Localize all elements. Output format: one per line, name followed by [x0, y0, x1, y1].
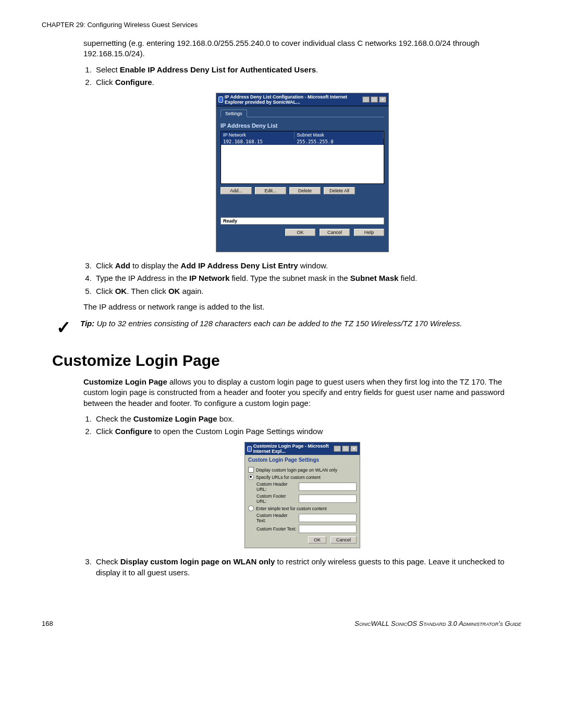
checkmark-icon: ✓	[56, 318, 71, 336]
step-3b: Check Display custom login page on WLAN …	[94, 557, 521, 578]
page-number: 168	[42, 620, 53, 627]
step-3: Click Add to display the Add IP Address …	[94, 261, 521, 271]
edit-button[interactable]: Edit...	[255, 187, 286, 194]
minimize-icon[interactable]: _	[334, 446, 341, 452]
footer-url-field[interactable]	[299, 495, 357, 503]
col-subnet-mask: Subnet Mask	[295, 131, 384, 139]
section-heading: Customize Login Page	[52, 352, 521, 369]
table-row[interactable]: 192.168.168.15 255.255.255.0	[221, 139, 384, 145]
screenshot-custom-login: Customize Login Page - Microsoft Interne…	[244, 442, 360, 548]
page-footer: 168 SonicWALL SonicOS Standard 3.0 Admin…	[42, 620, 521, 627]
step-2b: Click Configure to open the Custom Login…	[94, 426, 521, 437]
deny-list-table[interactable]: IP Network Subnet Mask 192.168.168.15 25…	[221, 131, 384, 184]
steps-list-4: Check Display custom login page on WLAN …	[94, 557, 521, 578]
tip-block: ✓ Tip: Up to 32 entries consisting of 12…	[42, 318, 521, 336]
maximize-icon[interactable]: □	[371, 96, 378, 103]
wlan-only-checkbox[interactable]	[248, 467, 254, 473]
tab-settings[interactable]: Settings	[221, 109, 247, 117]
ok-button-2[interactable]: OK	[308, 536, 326, 544]
added-paragraph: The IP address or network range is added…	[83, 302, 521, 312]
delete-button[interactable]: Delete	[289, 187, 321, 194]
tip-prefix: Tip:	[80, 319, 94, 328]
footer-text-field[interactable]	[299, 525, 357, 533]
status-bar: Ready	[221, 217, 384, 225]
header-text-field[interactable]	[299, 514, 357, 522]
minimize-icon[interactable]: _	[362, 96, 370, 103]
step-1: Select Enable IP Address Deny List for A…	[94, 65, 521, 75]
ie-icon	[218, 96, 223, 103]
footer-url-label: Custom Footer URL:	[256, 493, 297, 504]
cell-ip: 192.168.168.15	[221, 139, 295, 145]
chapter-label: CHAPTER	[42, 21, 74, 29]
cell-mask: 255.255.255.0	[295, 139, 384, 145]
window-title-2: Customize Login Page - Microsoft Interne…	[253, 443, 334, 454]
ie-icon	[247, 446, 252, 452]
steps-list-3: Check the Customize Login Page box. Clic…	[94, 414, 521, 437]
step-4: Type the IP Address in the IP Network fi…	[94, 273, 521, 283]
steps-list-1: Select Enable IP Address Deny List for A…	[94, 65, 521, 88]
step-2: Click Configure.	[94, 77, 521, 88]
window-titlebar-2: Customize Login Page - Microsoft Interne…	[245, 442, 360, 455]
header-text-label: Custom Header Text:	[256, 513, 297, 523]
supernetting-paragraph: supernetting (e.g. entering 192.168.0.0/…	[83, 38, 521, 59]
window-titlebar: IP Address Deny List Configuration - Mic…	[216, 93, 388, 106]
ok-button[interactable]: OK	[285, 229, 315, 236]
step-1b: Check the Customize Login Page box.	[94, 414, 521, 424]
steps-list-2: Click Add to display the Add IP Address …	[94, 261, 521, 297]
footer-text-label: Custom Footer Text:	[256, 526, 297, 532]
screenshot-deny-list: IP Address Deny List Configuration - Mic…	[216, 93, 389, 252]
wlan-only-label: Display custom login page on WLAN only	[256, 467, 337, 473]
delete-all-button[interactable]: Delete All	[324, 187, 355, 194]
clp-paragraph: Customize Login Page allows you to displ…	[83, 377, 521, 409]
header-url-field[interactable]	[299, 483, 357, 491]
specify-urls-label: Specify URLs for custom content	[256, 475, 321, 480]
chapter-title: Configuring Wireless Guest Services	[87, 21, 198, 29]
cancel-button-2[interactable]: Cancel	[331, 536, 357, 544]
specify-urls-radio[interactable]	[248, 474, 254, 480]
tip-body: Up to 32 entries consisting of 128 chara…	[96, 319, 462, 328]
chapter-header: CHAPTER 29: Configuring Wireless Guest S…	[42, 21, 521, 29]
guide-title: SonicWALL SonicOS Standard 3.0 Administr…	[354, 620, 521, 627]
panel-heading: IP Address Deny List	[221, 122, 384, 129]
settings-heading: Custom Login Page Settings	[248, 457, 357, 463]
col-ip-network: IP Network	[221, 131, 295, 139]
simple-text-label: Enter simple text for custom content	[256, 506, 327, 511]
chapter-number: 29	[76, 21, 83, 29]
window-title: IP Address Deny List Configuration - Mic…	[225, 94, 362, 105]
cancel-button[interactable]: Cancel	[320, 229, 350, 236]
close-icon[interactable]: ×	[350, 446, 358, 452]
close-icon[interactable]: ×	[379, 96, 386, 103]
simple-text-radio[interactable]	[248, 505, 254, 511]
help-button[interactable]: Help	[354, 229, 384, 236]
add-button[interactable]: Add...	[221, 187, 252, 194]
step-5: Click OK. Then click OK again.	[94, 286, 521, 297]
header-url-label: Custom Header URL:	[256, 482, 297, 492]
maximize-icon[interactable]: □	[342, 446, 349, 452]
